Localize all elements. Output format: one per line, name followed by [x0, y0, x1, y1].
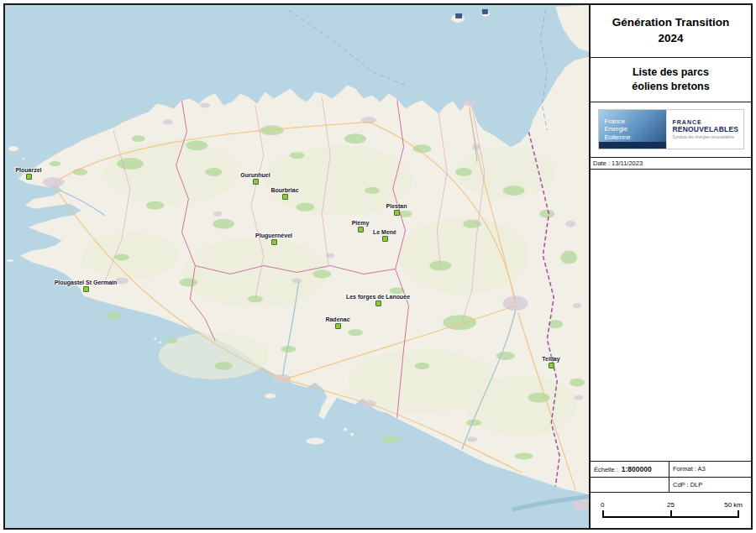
date-label: Date : 13/11/2023	[591, 158, 751, 170]
wind-farm-marker-icon	[394, 210, 400, 216]
logos-wrap: France Energie Eolienne FRANCE RENOUVELA…	[598, 109, 744, 149]
marker-label: Teillay	[542, 356, 559, 362]
cdp-empty-cell	[591, 478, 669, 492]
fee-logo-line1: France	[605, 118, 666, 125]
fr-logo-tagline: Syndicat des énergies renouvelables	[673, 135, 743, 139]
wind-farm-marker-icon	[271, 239, 277, 245]
marker-label: Les forges de Lanouée	[346, 294, 410, 300]
marker-label: Bourbriac	[270, 187, 298, 193]
wind-farm-marker-icon	[335, 323, 341, 329]
marker-label: Radenac	[325, 316, 349, 322]
fee-logo-band	[599, 142, 666, 149]
wind-farm-marker-icon	[549, 363, 554, 368]
wind-farm-marker-icon	[358, 227, 364, 233]
cdp-row: CdP : DLP	[591, 478, 751, 493]
scalebar-zero-label: 0	[601, 501, 604, 509]
scalebar-line	[602, 516, 739, 518]
cdp-cell: CdP : DLP	[669, 478, 751, 492]
map-info-table: Échelle :1:800000 Format : A3 CdP : DLP	[591, 461, 751, 493]
fr-logo-line2: RENOUVELABLES	[673, 125, 743, 133]
wind-farm-marker-icon	[282, 194, 288, 200]
fee-logo: France Energie Eolienne	[599, 110, 666, 149]
wind-farm-marker-icon	[375, 300, 381, 306]
page-subtitle: Liste des parcs éoliens bretons	[591, 58, 751, 102]
scalebar-section: 0 25 50 km	[591, 493, 751, 528]
layout-frame: PlouarzelGurunhuelBourbriacPluguernévelP…	[3, 3, 753, 530]
map-area: PlouarzelGurunhuelBourbriacPluguernévelP…	[5, 5, 589, 528]
subtitle-line1: Liste des parcs	[596, 65, 746, 80]
fee-logo-line3: Eolienne	[605, 133, 666, 141]
title-line2: 2024	[596, 31, 746, 47]
marker-label: Plouarzel	[15, 167, 41, 173]
subtitle-line2: éoliens bretons	[596, 80, 746, 94]
marker-label: Plougastel St Germain	[55, 280, 118, 285]
scale-cell: Échelle :1:800000	[591, 462, 669, 477]
wind-farm-marker-icon	[83, 286, 89, 292]
scale-format-row: Échelle :1:800000 Format : A3	[591, 462, 751, 478]
scalebar-end-label: 50 km	[724, 501, 743, 509]
scalebar: 0 25 50 km	[602, 499, 739, 525]
fee-logo-line2: Energie	[605, 125, 666, 133]
wind-farm-marker-icon	[382, 236, 388, 242]
title-line1: Génération Transition	[596, 15, 746, 31]
format-cell: Format : A3	[669, 462, 751, 477]
scale-value: 1:800000	[622, 465, 652, 473]
marker-label: Le Mené	[373, 229, 396, 235]
marker-label: Pluguernével	[255, 233, 292, 238]
wind-farm-marker-icon	[253, 179, 259, 185]
page-title: Génération Transition 2024	[591, 5, 751, 58]
marker-label: Plémy	[352, 220, 370, 226]
north-arrow-icon	[549, 7, 589, 528]
scale-label: Échelle :	[594, 466, 618, 473]
marker-label: Plestan	[386, 203, 407, 209]
sidebar: Génération Transition 2024 Liste des par…	[589, 5, 751, 528]
fr-logo-line1: FRANCE	[673, 119, 743, 125]
marker-label: Gurunhuel	[240, 172, 270, 178]
sidebar-empty-space	[591, 170, 751, 461]
map-canvas	[5, 5, 589, 528]
scalebar-mid-label: 25	[667, 501, 675, 509]
wind-farm-marker-icon	[26, 174, 32, 180]
map-layout-page: PlouarzelGurunhuelBourbriacPluguernévelP…	[0, 0, 756, 533]
logos-section: France Energie Eolienne FRANCE RENOUVELA…	[591, 102, 751, 158]
france-renouvelables-logo: FRANCE RENOUVELABLES Syndicat des énergi…	[666, 110, 743, 149]
